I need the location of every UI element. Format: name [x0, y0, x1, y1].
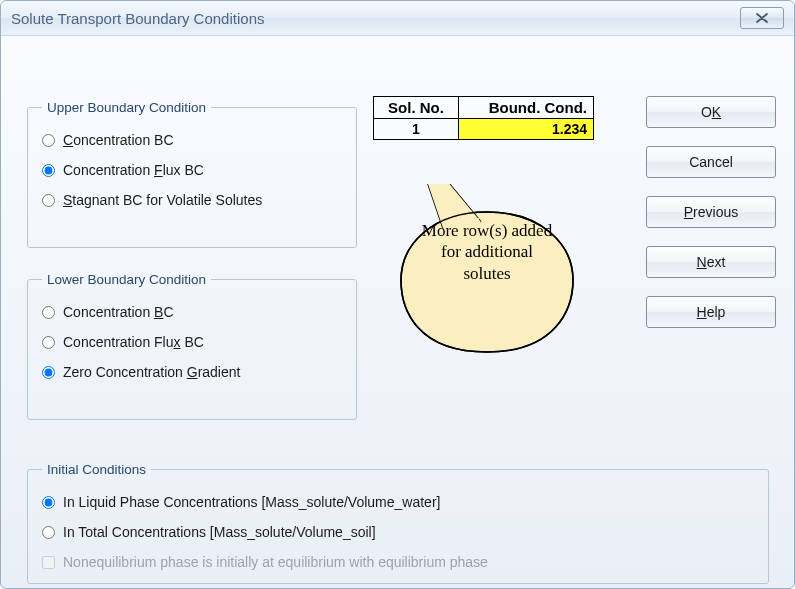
- initial-conditions-legend: Initial Conditions: [42, 462, 151, 477]
- lower-radio-zero-gradient-input[interactable]: [42, 366, 55, 379]
- dialog-window: Solute Transport Boundary Conditions Upp…: [0, 0, 795, 589]
- lower-boundary-legend: Lower Boundary Condition: [42, 272, 211, 287]
- lower-radio-concentration-flux-bc[interactable]: Concentration Flux BC: [42, 334, 342, 350]
- init-radio-liquid-phase[interactable]: In Liquid Phase Concentrations [Mass_sol…: [42, 494, 754, 510]
- button-column: OK Cancel Previous Next Help: [646, 96, 776, 328]
- upper-radio-concentration-bc[interactable]: Concentration BC: [42, 132, 342, 148]
- init-check-nonequilibrium: Nonequilibrium phase is initially at equ…: [42, 554, 754, 570]
- titlebar: Solute Transport Boundary Conditions: [1, 1, 794, 36]
- lower-radio-zero-gradient[interactable]: Zero Concentration Gradient: [42, 364, 342, 380]
- initial-conditions-group: Initial Conditions In Liquid Phase Conce…: [27, 462, 769, 584]
- table-row[interactable]: 1 1.234: [374, 119, 594, 140]
- upper-boundary-legend: Upper Boundary Condition: [42, 100, 211, 115]
- previous-button[interactable]: Previous: [646, 196, 776, 228]
- help-button[interactable]: Help: [646, 296, 776, 328]
- window-title: Solute Transport Boundary Conditions: [11, 10, 264, 27]
- annotation-text: More row(s) added for additional solutes: [417, 220, 557, 284]
- upper-boundary-group: Upper Boundary Condition Concentration B…: [27, 100, 357, 248]
- close-icon: [756, 13, 768, 23]
- upper-radio-stagnant-bc-input[interactable]: [42, 194, 55, 207]
- ok-button[interactable]: OK: [646, 96, 776, 128]
- close-button[interactable]: [740, 7, 784, 29]
- lower-radio-concentration-bc[interactable]: Concentration BC: [42, 304, 342, 320]
- cancel-button[interactable]: Cancel: [646, 146, 776, 178]
- init-radio-total-input[interactable]: [42, 526, 55, 539]
- lower-radio-concentration-bc-input[interactable]: [42, 306, 55, 319]
- content-area: Upper Boundary Condition Concentration B…: [1, 36, 794, 589]
- upper-radio-concentration-flux-bc-input[interactable]: [42, 164, 55, 177]
- init-radio-total[interactable]: In Total Concentrations [Mass_solute/Vol…: [42, 524, 754, 540]
- lower-boundary-group: Lower Boundary Condition Concentration B…: [27, 272, 357, 420]
- next-button[interactable]: Next: [646, 246, 776, 278]
- cell-bound-cond[interactable]: 1.234: [459, 119, 594, 140]
- upper-radio-concentration-flux-bc[interactable]: Concentration Flux BC: [42, 162, 342, 178]
- speech-bubble-icon: [395, 184, 579, 354]
- solute-table-header-bc: Bound. Cond.: [459, 97, 594, 119]
- init-check-nonequilibrium-input: [42, 556, 55, 569]
- cell-sol-no[interactable]: 1: [374, 119, 459, 140]
- solute-table-header-solno: Sol. No.: [374, 97, 459, 119]
- solute-table[interactable]: Sol. No. Bound. Cond. 1 1.234: [373, 96, 594, 140]
- upper-radio-stagnant-bc[interactable]: Stagnant BC for Volatile Solutes: [42, 192, 342, 208]
- lower-radio-concentration-flux-bc-input[interactable]: [42, 336, 55, 349]
- annotation-callout: More row(s) added for additional solutes: [395, 184, 579, 352]
- upper-radio-concentration-bc-input[interactable]: [42, 134, 55, 147]
- init-radio-liquid-phase-input[interactable]: [42, 496, 55, 509]
